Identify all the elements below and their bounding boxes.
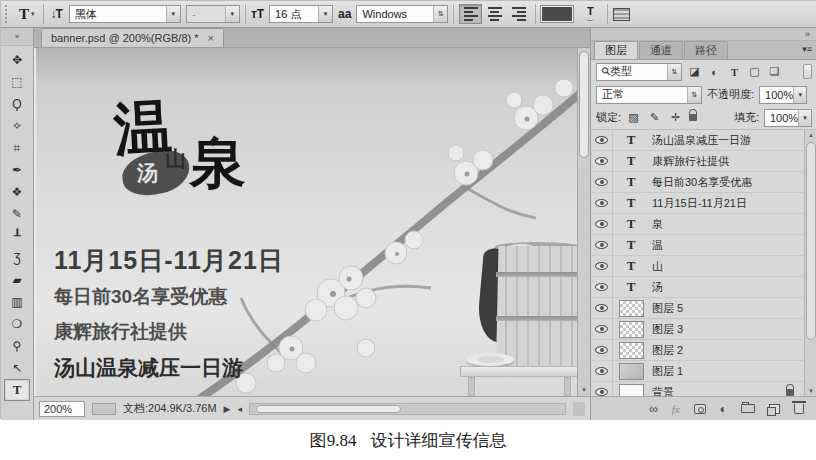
layer-row[interactable]: 图层 1 xyxy=(591,361,804,382)
layer-row[interactable]: T汤 xyxy=(591,277,804,298)
lock-transparent-pixels-icon[interactable]: ▨ xyxy=(626,111,641,124)
eyedropper-tool[interactable]: ✒ xyxy=(4,159,30,181)
options-bar-grip[interactable] xyxy=(5,5,9,23)
filter-shape-layers-icon[interactable]: ▢ xyxy=(747,65,762,78)
type-tool[interactable]: T xyxy=(4,379,30,401)
visibility-toggle[interactable] xyxy=(591,235,613,255)
layer-row[interactable]: 图层 5 xyxy=(591,298,804,319)
visibility-toggle[interactable] xyxy=(591,130,613,150)
blend-mode-select[interactable]: 正常 ⇅ xyxy=(596,86,702,104)
layer-row[interactable]: T温 xyxy=(591,235,804,256)
layer-row[interactable]: T山 xyxy=(591,256,804,277)
close-icon[interactable]: × xyxy=(208,32,214,44)
dodge-tool[interactable]: ⚲ xyxy=(4,335,30,357)
vertical-scrollbar[interactable]: ▾ xyxy=(577,48,590,396)
filter-adjustment-layers-icon[interactable]: ◐ xyxy=(707,66,722,78)
link-layers-icon[interactable]: ∞ xyxy=(649,402,658,416)
align-left-button[interactable] xyxy=(459,4,482,24)
panel-menu-icon[interactable]: ▾≡ xyxy=(802,44,812,54)
new-layer-icon[interactable] xyxy=(769,404,780,414)
text-orientation-icon[interactable]: ↓T xyxy=(49,7,64,21)
visibility-toggle[interactable] xyxy=(591,277,613,297)
layers-scrollbar[interactable]: ▴ ▾ xyxy=(804,130,816,396)
layer-row[interactable]: T11月15日-11月21日 xyxy=(591,193,804,214)
canvas[interactable]: 温 泉 汤 山 11月15日-11月21日每日前30名享受优惠康辉旅行社提供汤山… xyxy=(34,48,577,396)
visibility-toggle[interactable] xyxy=(591,298,613,318)
layer-row[interactable]: T康辉旅行社提供 xyxy=(591,151,804,172)
brush-tool[interactable]: ✎ xyxy=(4,203,30,225)
filter-smart-object-icon[interactable]: ❏ xyxy=(767,65,782,78)
visibility-toggle[interactable] xyxy=(591,361,613,381)
layer-row[interactable]: T每日前30名享受优惠 xyxy=(591,172,804,193)
lock-position-icon[interactable]: ✛ xyxy=(668,111,683,124)
font-family-select[interactable]: 黑体 ▾ xyxy=(69,5,181,23)
layer-row[interactable]: 图层 3 xyxy=(591,319,804,340)
chevron-down-icon[interactable]: ▾ xyxy=(793,87,806,103)
layer-row[interactable]: 图层 2 xyxy=(591,340,804,361)
lock-image-pixels-icon[interactable]: ✎ xyxy=(647,111,662,124)
updown-arrows-icon[interactable]: ⇅ xyxy=(433,6,447,22)
path-selection-tool[interactable]: ↖ xyxy=(4,357,30,379)
chevron-down-icon[interactable]: ▾ xyxy=(225,6,239,22)
filter-kind-select[interactable]: ⚲ 类型 ⇅ xyxy=(596,63,682,81)
visibility-toggle[interactable] xyxy=(591,382,613,396)
document-tab[interactable]: banner.psd @ 200%(RGB/8) * × xyxy=(41,28,224,47)
visibility-toggle[interactable] xyxy=(591,340,613,360)
eraser-tool[interactable]: ▰ xyxy=(4,269,30,291)
scroll-left-icon[interactable]: ◂ xyxy=(237,404,242,414)
layer-row[interactable]: T泉 xyxy=(591,214,804,235)
filter-pixel-layers-icon[interactable]: ◪ xyxy=(687,65,702,78)
layer-effects-icon[interactable]: fx xyxy=(672,403,680,415)
visibility-toggle[interactable] xyxy=(591,193,613,213)
anti-alias-select[interactable]: Windows ⇅ xyxy=(356,5,448,23)
status-flyout-icon[interactable]: ▶ xyxy=(224,404,231,414)
font-size-select[interactable]: 16 点 ▾ xyxy=(269,5,333,23)
panel-tab-paths[interactable]: 路径 xyxy=(684,41,728,59)
lasso-tool[interactable]: Ϙ xyxy=(4,93,30,115)
scroll-down-icon[interactable]: ▾ xyxy=(805,387,816,395)
warp-text-button[interactable]: T ⌒ xyxy=(578,4,602,24)
updown-arrows-icon[interactable]: ⇅ xyxy=(667,64,681,80)
layer-row[interactable]: 背景 xyxy=(591,382,804,396)
vertical-scrollbar-thumb[interactable] xyxy=(579,51,589,158)
horizontal-scrollbar[interactable] xyxy=(249,403,566,415)
visibility-toggle[interactable] xyxy=(591,256,613,276)
align-right-button[interactable] xyxy=(507,4,530,24)
healing-brush-tool[interactable]: ❖ xyxy=(4,181,30,203)
chevron-down-icon[interactable]: ▾ xyxy=(798,110,811,126)
fill-select[interactable]: 100% ▾ xyxy=(764,109,812,127)
horizontal-scrollbar-thumb[interactable] xyxy=(256,405,401,413)
toggle-panels-button[interactable] xyxy=(613,8,630,21)
filter-toggle-switch[interactable] xyxy=(803,64,812,79)
align-center-button[interactable] xyxy=(483,4,506,24)
quick-selection-tool[interactable]: ✧ xyxy=(4,115,30,137)
gradient-tool[interactable]: ▥ xyxy=(4,291,30,313)
layers-scrollbar-thumb[interactable] xyxy=(806,142,816,340)
crop-tool[interactable]: ⌗ xyxy=(4,137,30,159)
clone-stamp-tool[interactable]: ┸ xyxy=(4,225,30,247)
lock-all-icon[interactable] xyxy=(689,114,697,121)
tool-preset-picker[interactable]: T ▾ xyxy=(16,5,38,24)
font-style-select[interactable]: - ▾ xyxy=(186,5,240,23)
scroll-down-icon[interactable]: ▾ xyxy=(578,386,590,394)
chevron-down-icon[interactable]: ▾ xyxy=(166,6,180,22)
panel-tab-layers[interactable]: 图层 xyxy=(594,41,638,59)
scroll-up-icon[interactable]: ▴ xyxy=(805,131,816,139)
visibility-toggle[interactable] xyxy=(591,214,613,234)
rectangular-marquee-tool[interactable]: ⬚ xyxy=(4,71,30,93)
history-brush-tool[interactable]: Ʒ xyxy=(4,247,30,269)
visibility-toggle[interactable] xyxy=(591,151,613,171)
layer-row[interactable]: T汤山温泉减压一日游 xyxy=(591,130,804,151)
delete-layer-icon[interactable] xyxy=(794,404,804,414)
chevron-down-icon[interactable]: ▾ xyxy=(318,6,332,22)
visibility-toggle[interactable] xyxy=(591,319,613,339)
updown-arrows-icon[interactable]: ⇅ xyxy=(687,87,701,103)
blur-tool[interactable]: ❍ xyxy=(4,313,30,335)
add-layer-mask-icon[interactable] xyxy=(694,404,706,414)
visibility-toggle[interactable] xyxy=(591,172,613,192)
move-tool[interactable]: ✥ xyxy=(4,49,30,71)
new-group-icon[interactable] xyxy=(741,404,755,413)
toolbox-collapse-button[interactable]: » xyxy=(1,28,33,46)
filter-type-layers-icon[interactable]: T xyxy=(727,66,742,78)
text-color-swatch[interactable] xyxy=(541,6,573,22)
